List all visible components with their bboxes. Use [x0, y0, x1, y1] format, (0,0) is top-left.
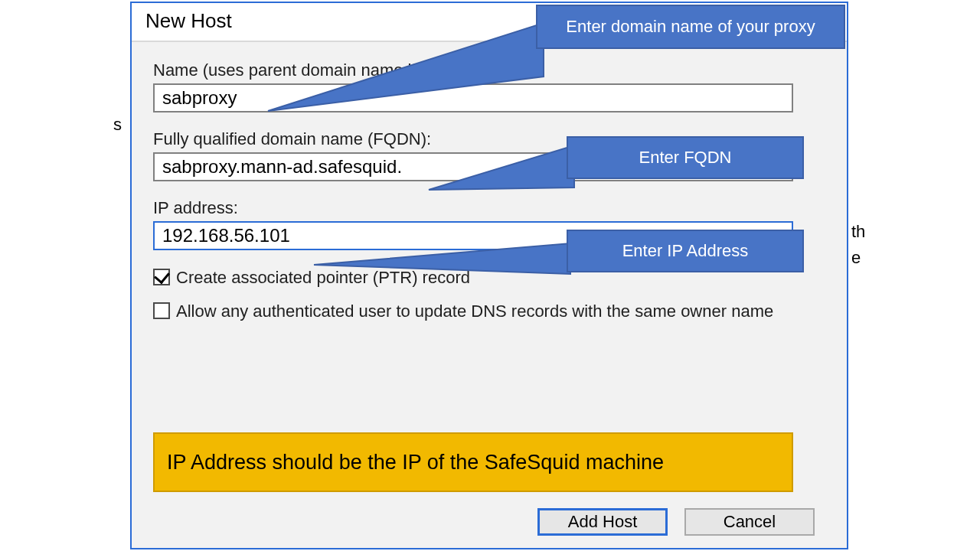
allow-update-checkbox[interactable]: [153, 302, 170, 319]
allow-update-checkbox-row: Allow any authenticated user to update D…: [153, 301, 825, 322]
callout-fqdn: Enter FQDN: [567, 136, 804, 179]
bg-text-fragment: th: [851, 222, 865, 242]
svg-marker-1: [429, 145, 574, 190]
callout-tail-icon: [310, 243, 578, 282]
callout-ip: Enter IP Address: [567, 230, 804, 272]
allow-update-checkbox-label: Allow any authenticated user to update D…: [176, 301, 773, 322]
dialog-buttons: Add Host Cancel: [537, 508, 815, 536]
bg-text-fragment: e: [851, 248, 861, 268]
svg-marker-0: [268, 23, 544, 111]
ip-note: IP Address should be the IP of the SafeS…: [153, 432, 793, 492]
callout-tail-icon: [421, 145, 582, 199]
add-host-button[interactable]: Add Host: [537, 508, 668, 536]
cancel-button[interactable]: Cancel: [684, 508, 815, 536]
bg-text-fragment: s: [113, 115, 122, 135]
ip-label: IP address:: [153, 198, 825, 218]
svg-marker-2: [314, 243, 570, 274]
callout-domain: Enter domain name of your proxy: [536, 5, 845, 49]
callout-tail-icon: [260, 23, 551, 115]
ptr-checkbox[interactable]: [153, 269, 170, 285]
dialog-body: Name (uses parent domain name if blank):…: [132, 41, 847, 548]
